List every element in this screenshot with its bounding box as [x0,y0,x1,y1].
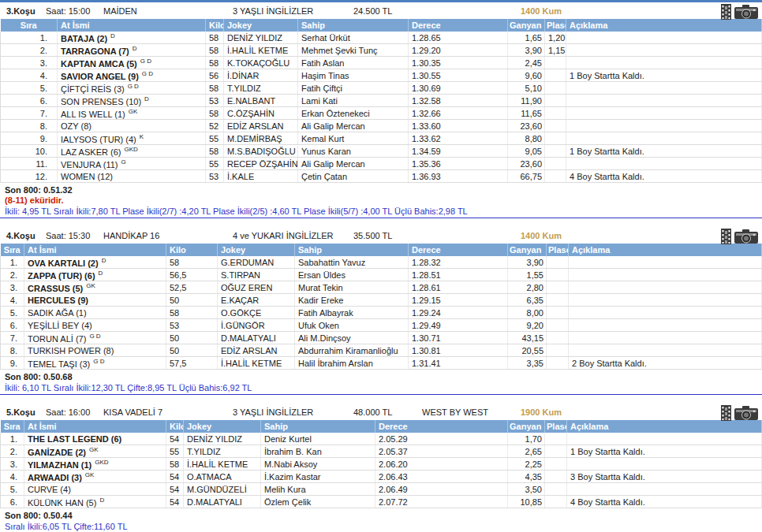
cell-at: LAZ ASKER (6)GKD [58,145,206,158]
cell-aciklama [569,281,762,294]
horse-condition-tag: K [140,133,144,140]
table-row: 7.ALL IS WELL (1)GK58C.ÖZŞAHİNErkan Özte… [1,107,762,120]
cell-kilo: 54 [166,433,184,445]
cell-plase [545,107,566,120]
cell-aciklama [566,57,762,69]
horse-condition-tag: G D [142,70,153,77]
cell-ganyan: 23,60 [508,120,545,132]
column-header-sira: Sıra [1,19,58,32]
cell-jokey: DENİZ YILDIZ [224,32,298,44]
cell-aciklama [566,95,762,107]
camera-icon[interactable] [734,229,758,246]
cell-derece: 2.06.43 [375,471,508,483]
cell-sira: 1. [1,32,58,44]
cell-aciklama: 1 Boy Startta Kaldı. [566,145,762,158]
horse-name: KAPTAN AMCA (5) [61,58,137,68]
cell-jokey: İ.HALİL KETME [184,458,261,471]
cell-plase [545,145,566,158]
cell-aciklama [569,256,762,269]
cell-at: TARRAGONA (7)D [58,44,206,57]
cell-ganyan: 1,65 [508,32,545,44]
cell-sira: 4. [1,471,24,483]
cell-derece: 1.33.62 [409,132,508,145]
cell-sahip: Yunus Karan [298,145,409,158]
column-header-derece: Derece [409,19,508,32]
film-strip-icon[interactable] [721,4,731,21]
race-prize: 35.500 TL [353,231,392,240]
horse-name: ZAPPA (TUR) (6) [28,270,95,280]
cell-sahip: Erkan Öztenekeci [298,107,409,120]
cell-ganyan: 66,75 [508,170,545,183]
horse-condition-tag: G D [140,58,151,65]
cell-aciklama [569,269,762,281]
horse-condition-tag: D [144,95,149,102]
cell-kilo: 53 [206,95,224,107]
cell-at: SON PRENSES (10)D [58,95,206,107]
race-title-bar: 4.Koşu Saat: 15:30 HANDİKAP 16 4 ve YUKA… [0,227,762,244]
cell-kilo: 52 [206,120,224,132]
cell-sira: 3. [1,57,58,69]
race-name: KISA VADELİ 7 [103,407,162,417]
cell-derece: 1.30.81 [409,344,508,357]
cell-sahip: Sabahattin Yavuz [295,256,409,269]
race-prize: 24.500 TL [353,6,392,16]
cell-at: ZAPPA (TUR) (6)D [24,269,166,281]
cell-at: CRASSUS (5)GK [24,281,166,294]
table-row: 4.SAVIOR ANGEL (9)G D56İ.DİNARHaşim Tina… [1,69,762,82]
cell-kilo: 58 [206,145,224,158]
cell-derece: 1.28.61 [409,281,508,294]
cell-aciklama: 1 Boy Startta Kaldı. [566,69,762,82]
cell-at: ÇİFTÇİ REİS (3)G D [58,82,206,95]
race-group: 3 YAŞLI İNGİLİZLER [233,407,313,417]
cell-plase: 1,20 [545,32,566,44]
table-row: 3.KAPTAN AMCA (5)G D58K.TOKAÇOĞLUFatih A… [1,57,762,69]
race-group: 4 ve YUKARI İNGİLİZLER [233,231,334,240]
horse-name: LAZ ASKER (6) [61,147,121,156]
cell-at: TURKISH POWER (8) [24,344,166,357]
last-800m-time: Son 800: 0.50.68 [0,370,762,382]
cell-derece: 1.30.55 [409,69,508,82]
horse-name: VENJURA (11) [61,159,118,169]
cell-plase [545,483,567,496]
table-row: 5.CURVE (4)54M.GÜNDÜZELİMelih Kura2.06.4… [1,483,762,496]
horse-condition-tag: D [110,32,115,39]
cell-aciklama [566,158,762,170]
cell-kilo: 56 [206,69,224,82]
cell-jokey: RECEP ÖZŞAHİN [224,158,298,170]
cell-ganyan: 4,35 [508,471,545,483]
cell-ganyan: 3,50 [508,483,545,496]
column-header-jokey: Jokey [224,19,298,32]
cell-sira: 5. [1,483,24,496]
cell-at: OVA KARTALI (2)D [24,256,166,269]
cell-kilo: 54 [166,496,184,508]
cell-derece: 1.30.71 [409,332,508,344]
camera-icon[interactable] [734,4,758,21]
race-section-5: 5.Koşu Saat: 16:00 KISA VADELİ 7 3 YAŞLI… [0,404,762,532]
horse-name: BATAJA (2) [61,33,107,43]
cell-jokey: M.S.BADIŞOĞLU [224,145,298,158]
cell-jokey: DENİZ YILDIZ [184,433,261,445]
cell-at: KAPTAN AMCA (5)G D [58,57,206,69]
horse-condition-tag: GK [129,108,138,115]
cell-aciklama: 1 Boy Startta Kaldı. [567,445,762,458]
cell-kilo: 58 [166,307,218,319]
cell-at: HERCULES (9) [24,294,166,307]
cell-ganyan: 43,15 [508,332,547,344]
cell-sahip: Fatih Çiftçi [298,82,409,95]
cell-ganyan: 1,55 [508,269,547,281]
cell-sahip: Çetin Çatan [298,170,409,183]
cell-plase [547,269,569,281]
table-row: 8.TURKISH POWER (8)50EDİZ ARSLANAbdurrah… [1,344,762,357]
cell-jokey: T.YILDIZ [224,82,298,95]
table-row: 1.OVA KARTALI (2)D58G.ERDUMANSabahattin … [1,256,762,269]
cell-plase [545,170,566,183]
race-title-bar: 3.Koşu Saat: 15:00 MAİDEN 3 YAŞLI İNGİLİ… [0,2,762,19]
camera-icon[interactable] [734,405,758,422]
film-strip-icon[interactable] [721,229,731,246]
horse-name: KÜLÜNK HAN (5) [28,497,96,507]
film-strip-icon[interactable] [721,405,731,422]
race-title-bar: 5.Koşu Saat: 16:00 KISA VADELİ 7 3 YAŞLI… [0,404,762,420]
column-header-plase: Plase [547,244,569,256]
race-sponsor: WEST BY WEST [422,407,488,417]
cell-plase [545,496,567,508]
